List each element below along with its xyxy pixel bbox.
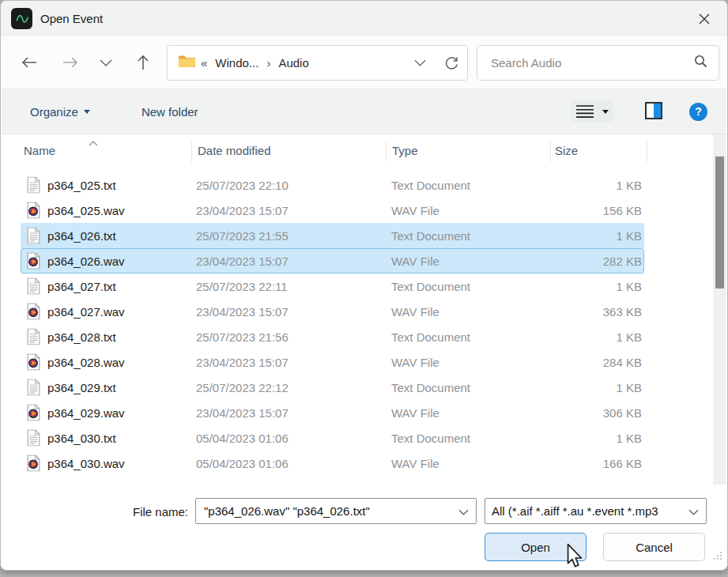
file-type: WAV File <box>391 305 439 319</box>
chevron-down-icon <box>100 59 112 66</box>
up-button[interactable] <box>130 49 157 76</box>
change-view-button[interactable] <box>571 100 613 123</box>
column-headers: Name Date modified Type Size <box>2 134 726 169</box>
file-row[interactable]: p364_025.wav 23/04/2023 15:07 WAV File 1… <box>21 198 644 223</box>
text-document-icon <box>27 430 40 447</box>
file-size: 284 KB <box>511 356 642 369</box>
file-date-modified: 23/04/2023 15:07 <box>196 356 289 369</box>
column-header-size[interactable]: Size <box>555 144 578 157</box>
file-date-modified: 23/04/2023 15:07 <box>196 305 289 319</box>
search-input[interactable] <box>489 55 694 70</box>
file-type-icon <box>27 379 40 396</box>
column-divider[interactable] <box>550 141 551 162</box>
column-divider[interactable] <box>191 141 192 162</box>
address-dropdown-button[interactable] <box>414 59 426 66</box>
wav-media-icon <box>27 354 40 371</box>
file-type: Text Document <box>391 432 470 445</box>
column-header-name[interactable]: Name <box>24 144 55 157</box>
breadcrumb-overflow-chevron[interactable]: « <box>196 56 212 70</box>
new-folder-button[interactable]: New folder <box>137 104 203 119</box>
file-type-icon <box>27 202 40 219</box>
file-name: p364_030.wav <box>47 457 125 470</box>
breadcrumb-current[interactable]: Audio <box>275 56 311 70</box>
question-mark-icon: ? <box>695 105 702 118</box>
caret-down-icon <box>602 110 609 114</box>
list-view-icon <box>575 104 594 119</box>
file-name: p364_025.wav <box>47 204 125 217</box>
file-type: WAV File <box>391 255 439 268</box>
open-button[interactable]: Open <box>485 533 587 561</box>
help-button[interactable]: ? <box>689 103 707 121</box>
folder-icon <box>178 54 196 72</box>
refresh-icon <box>443 55 459 71</box>
text-document-icon <box>27 177 40 194</box>
file-name: p364_027.wav <box>47 305 125 319</box>
file-row[interactable]: p364_029.txt 25/07/2023 22:12 Text Docum… <box>21 375 644 400</box>
file-size: 166 KB <box>511 457 642 470</box>
file-type-selected-value: All (*.aif *.aiff *.au *.event *.mp3 <box>492 504 688 518</box>
file-row[interactable]: p364_028.txt 25/07/2023 21:56 Text Docum… <box>21 324 644 349</box>
file-name: p364_028.txt <box>47 330 116 344</box>
file-list-body: p364_025.txt 25/07/2023 22:10 Text Docum… <box>2 172 712 476</box>
file-type: WAV File <box>391 204 439 217</box>
preview-pane-icon <box>645 102 662 119</box>
column-header-type[interactable]: Type <box>392 144 418 157</box>
back-button[interactable] <box>16 49 43 76</box>
file-date-modified: 23/04/2023 15:07 <box>196 255 289 268</box>
file-date-modified: 25/07/2023 21:56 <box>196 330 289 344</box>
text-document-icon <box>27 379 40 396</box>
scrollbar-thumb[interactable] <box>715 157 724 288</box>
file-name: p364_027.txt <box>47 280 116 293</box>
file-type: Text Document <box>391 381 470 394</box>
file-row[interactable]: p364_027.wav 23/04/2023 15:07 WAV File 3… <box>21 299 644 324</box>
cancel-button[interactable]: Cancel <box>603 533 705 561</box>
file-list: Name Date modified Type Size p364_025.tx… <box>2 134 726 485</box>
file-row[interactable]: p364_030.txt 05/04/2023 01:06 Text Docum… <box>21 425 644 451</box>
file-type-icon <box>27 405 40 421</box>
organize-button[interactable]: Organize <box>25 104 95 119</box>
file-size: 1 KB <box>511 432 642 445</box>
file-type-icon <box>27 455 40 472</box>
file-type-select[interactable]: All (*.aif *.aiff *.au *.event *.mp3 <box>485 498 707 524</box>
breadcrumb-separator-chevron[interactable]: › <box>262 56 275 70</box>
preview-pane-button[interactable] <box>645 102 662 122</box>
text-document-icon <box>27 228 40 244</box>
vertical-scrollbar[interactable] <box>713 134 726 485</box>
file-name: p364_029.txt <box>47 381 116 394</box>
close-icon <box>698 13 711 25</box>
wav-media-icon <box>27 253 40 270</box>
forward-button[interactable] <box>57 49 84 76</box>
file-row[interactable]: p364_026.txt 25/07/2023 21:55 Text Docum… <box>21 223 644 248</box>
recent-locations-button[interactable] <box>92 49 119 76</box>
file-size: 1 KB <box>511 330 642 344</box>
file-row[interactable]: p364_028.wav 23/04/2023 15:07 WAV File 2… <box>21 349 644 375</box>
file-type-icon <box>27 430 40 447</box>
file-row[interactable]: p364_027.txt 25/07/2023 22:11 Text Docum… <box>21 273 644 299</box>
file-size: 1 KB <box>511 229 642 243</box>
refresh-button[interactable] <box>443 55 459 71</box>
file-row[interactable]: p364_029.wav 23/04/2023 15:07 WAV File 3… <box>21 400 644 425</box>
file-name-input[interactable] <box>202 503 458 519</box>
resize-grip[interactable] <box>713 549 722 564</box>
back-arrow-icon <box>21 56 38 69</box>
column-divider[interactable] <box>647 141 647 162</box>
column-divider[interactable] <box>386 141 387 162</box>
file-date-modified: 25/07/2023 21:55 <box>196 229 289 243</box>
file-name: p364_030.txt <box>47 432 116 445</box>
chevron-down-icon <box>688 504 699 519</box>
column-header-date-modified[interactable]: Date modified <box>198 144 271 157</box>
file-name-label: File name: <box>133 505 188 519</box>
address-bar[interactable]: « Windo... › Audio <box>167 45 468 81</box>
breadcrumb-parent[interactable]: Windo... <box>212 56 262 70</box>
sine-wave-icon <box>14 11 30 27</box>
file-row[interactable]: p364_026.wav 23/04/2023 15:07 WAV File 2… <box>21 248 644 273</box>
close-button[interactable] <box>686 1 722 36</box>
chevron-down-icon[interactable] <box>458 504 469 519</box>
file-date-modified: 25/07/2023 22:10 <box>196 179 289 192</box>
window-title: Open Event <box>40 12 103 25</box>
forward-arrow-icon <box>62 56 79 69</box>
file-row[interactable]: p364_025.txt 25/07/2023 22:10 Text Docum… <box>21 172 644 198</box>
file-type: Text Document <box>391 330 470 344</box>
file-row[interactable]: p364_030.wav 05/04/2023 01:06 WAV File 1… <box>21 451 644 476</box>
file-date-modified: 05/04/2023 01:06 <box>196 457 289 470</box>
